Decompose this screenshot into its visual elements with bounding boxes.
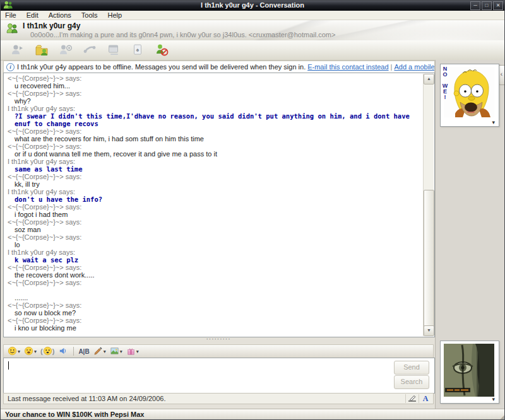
background-button[interactable]: ▾	[110, 346, 122, 357]
menu-item[interactable]: Actions	[44, 11, 76, 20]
message-sender: <~{~{Corpse}~}~> says:	[8, 203, 422, 211]
message-text: i kno ur blocking me	[8, 324, 422, 332]
chevron-down-icon: ▾	[34, 349, 37, 354]
webcam-button[interactable]	[57, 42, 74, 58]
message-text: kk, ill try	[8, 180, 422, 188]
message: <~{~{Corpse}~}~> says: soz man	[8, 218, 422, 233]
nudge-icon	[43, 346, 52, 357]
call-button[interactable]	[81, 42, 98, 58]
chevron-down-icon: ▾	[18, 349, 20, 354]
nudge-button[interactable]: ( )	[40, 346, 54, 357]
gift-icon	[126, 346, 136, 357]
conversation-header: I th1nk y0ur g4y 0o0o0o...I'm making a p…	[0, 20, 505, 41]
scroll-up-icon[interactable]: ▲	[424, 74, 434, 85]
activities-icon	[106, 51, 121, 59]
status-bar: Last message received at 11:03 AM on 24/…	[3, 393, 434, 404]
message-text: soz man	[8, 226, 422, 233]
maximize-button[interactable]: □	[482, 1, 492, 10]
games-button[interactable]: ♠	[129, 42, 146, 58]
gift-button[interactable]: ▾	[126, 346, 139, 357]
message-sender: I th1nk y0ur g4y says:	[8, 248, 422, 256]
ad-text[interactable]: Your chance to WIN $100K with Pepsi Max	[5, 411, 144, 418]
conversation-toolbar: ♠	[0, 40, 505, 61]
font-icon: A|B	[78, 348, 89, 355]
message: <~{~{Corpse}~}~> says: kk, ill try	[8, 173, 422, 188]
message-text: ?I swear I didn't this time,I'dhave no r…	[8, 112, 422, 127]
text-mode-button[interactable]: A	[419, 394, 432, 403]
text-caret	[8, 361, 9, 370]
message: <~{~{Corpse}~}~> says: what are the reco…	[8, 127, 422, 143]
close-button[interactable]: ✕	[493, 1, 503, 10]
ad-banner[interactable]: Your chance to WIN $100K with Pepsi Max …	[0, 409, 505, 420]
message: <~{~{Corpse}~}~> says: i fogot i had the…	[8, 203, 422, 218]
emoticon-icon	[8, 346, 17, 357]
activities-button[interactable]	[105, 42, 122, 58]
search-button[interactable]: Search	[394, 375, 429, 389]
message-sender: <~{~{Corpse}~}~> says:	[8, 279, 422, 286]
message-text: don't u have the info?	[8, 195, 422, 203]
splitter-handle[interactable]: ·········	[3, 336, 434, 344]
font-button[interactable]: A|B	[78, 348, 89, 355]
self-display-picture[interactable]: ▾	[440, 341, 499, 404]
scroll-down-icon[interactable]: ▼	[424, 325, 434, 336]
avatar-overlay-text: NO WE!	[442, 66, 448, 100]
add-mobile-link[interactable]: Add a mobile number for this contact	[394, 63, 435, 71]
title-bar: I th1nk y0ur g4y - Conversation ─ □ ✕	[0, 0, 505, 11]
wink-button[interactable]: ▾	[24, 346, 37, 357]
message-sender: <~{~{Corpse}~}~> says:	[8, 317, 422, 324]
send-button[interactable]: Send	[394, 361, 429, 375]
message: <~{~{Corpse}~}~> says: u recovered him..…	[8, 74, 422, 90]
contact-buddy-icon	[6, 23, 18, 34]
voice-clip-icon	[58, 346, 68, 357]
voice-clip-button[interactable]	[58, 346, 68, 357]
message-text: k wait a sec plz	[8, 256, 422, 264]
chat-scrollbar[interactable]: ▲ ▼	[423, 74, 434, 336]
message-sender: <~{~{Corpse}~}~> says:	[8, 74, 422, 82]
menu-item[interactable]: Edit	[21, 11, 44, 20]
contact-display-picture[interactable]: NO WE! ▾	[440, 64, 499, 127]
chevron-down-icon: ▾	[120, 349, 122, 354]
resize-grip-icon[interactable]: ◢	[499, 414, 504, 420]
scrollbar-thumb[interactable]	[424, 190, 434, 327]
message-history[interactable]: <~{~{Corpse}~}~> says: u recovered him..…	[3, 73, 435, 337]
message: <~{~{Corpse}~}~> says: so now u block me…	[8, 301, 422, 317]
message-text: u recovered him...	[8, 82, 422, 90]
menu-item[interactable]: Tools	[76, 11, 103, 20]
self-avatar	[444, 344, 494, 397]
avatar-options-icon[interactable]: ▾	[492, 119, 495, 125]
chevron-down-icon: ▾	[136, 349, 139, 354]
minimize-button[interactable]: ─	[470, 1, 480, 10]
message: <~{~{Corpse}~}~> says: or if u dont wann…	[8, 143, 422, 158]
background-icon	[110, 346, 119, 357]
contact-status-message: 0o0o0o...I'm making a pure and its g0nn4…	[30, 31, 335, 38]
avatar-options-icon[interactable]: ▾	[492, 396, 495, 402]
message-input[interactable]	[4, 358, 390, 393]
webcam-icon	[58, 51, 73, 59]
message-list: <~{~{Corpse}~}~> says: u recovered him..…	[8, 74, 422, 337]
email-contact-link[interactable]: E-mail this contact instead	[307, 63, 388, 71]
invite-button[interactable]	[9, 42, 27, 58]
message-sender: I th1nk y0ur g4y says:	[8, 188, 422, 195]
window-title: I th1nk y0ur g4y - Conversation	[0, 1, 505, 9]
message-text: what are the recovers for him, i had som…	[8, 135, 422, 143]
games-icon: ♠	[130, 51, 145, 59]
send-file-button[interactable]	[33, 42, 50, 58]
message-sender: <~{~{Corpse}~}~> says:	[8, 143, 422, 150]
handwriting-mode-button[interactable]	[405, 394, 419, 403]
message: <~{~{Corpse}~}~> says: .......	[8, 279, 422, 301]
menu-item[interactable]: File	[0, 11, 21, 20]
message-sender: <~{~{Corpse}~}~> says:	[8, 127, 422, 135]
handwrite-button[interactable]: ▾	[93, 346, 106, 357]
message: I th1nk y0ur g4y says: ?I swear I didn't…	[8, 105, 422, 127]
menu-item[interactable]: Help	[102, 11, 127, 20]
compose-area: Send Search	[3, 358, 435, 394]
message-text: lo	[8, 241, 422, 248]
message-text: why?	[8, 97, 422, 105]
offline-notice: i I th1nk y0ur g4y appears to be offline…	[3, 61, 435, 73]
last-message-status: Last message received at 11:03 AM on 24/…	[8, 395, 166, 402]
contact-name: I th1nk y0ur g4y	[23, 21, 80, 30]
menu-bar: FileEditActionsToolsHelp	[0, 11, 505, 20]
emoticon-button[interactable]: ▾	[8, 346, 20, 357]
message-text: i fogot i had them	[8, 211, 422, 218]
block-button[interactable]	[153, 42, 170, 58]
